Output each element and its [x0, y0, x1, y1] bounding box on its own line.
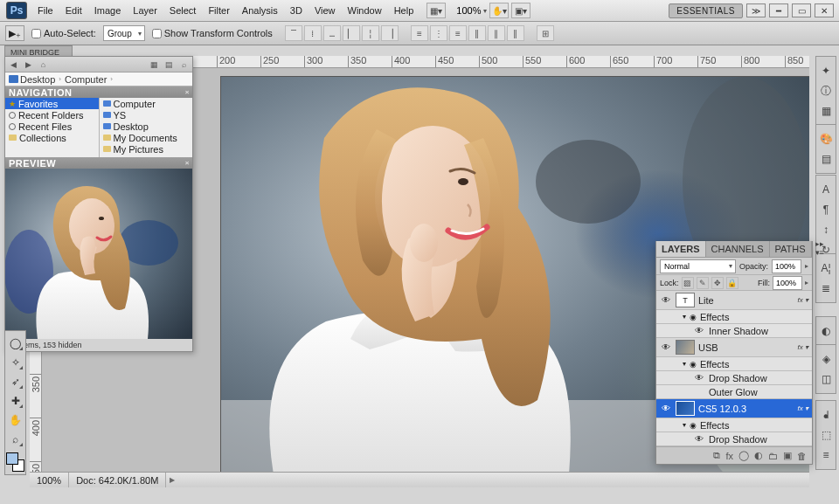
- tab-paths[interactable]: PATHS: [770, 241, 812, 257]
- eyedropper-tool[interactable]: ➶: [6, 372, 24, 390]
- layer-row[interactable]: 👁TLitefx ▾: [656, 291, 812, 310]
- layer-effect-item[interactable]: 👁Drop Shadow: [656, 432, 812, 446]
- align-left-icon[interactable]: ▏: [343, 25, 360, 41]
- lock-all-icon[interactable]: 🔒: [726, 277, 738, 289]
- character-icon[interactable]: A: [817, 181, 835, 198]
- histogram-icon[interactable]: ▦: [817, 102, 835, 120]
- bridge-breadcrumb[interactable]: Desktop › Computer ›: [5, 72, 192, 86]
- auto-select-checkbox[interactable]: Auto-Select:: [31, 28, 96, 38]
- show-transform-checkbox[interactable]: Show Transform Controls: [152, 28, 273, 38]
- layer-effects[interactable]: ▾◉Effects: [656, 418, 812, 432]
- nav-desktop[interactable]: Desktop: [100, 121, 193, 132]
- bridge-search-icon[interactable]: ⌕: [178, 59, 190, 70]
- layer-effects[interactable]: ▾◉Effects: [656, 310, 812, 324]
- actions-icon[interactable]: ᖱ: [817, 406, 835, 424]
- dist-vcenter-icon[interactable]: ⋮: [430, 25, 447, 41]
- menu-window[interactable]: Window: [342, 3, 388, 18]
- chevron-right-icon[interactable]: ≫: [746, 3, 766, 17]
- panel-menu-icon[interactable]: ▸▸ ▾≡: [812, 239, 828, 257]
- dist-hcenter-icon[interactable]: ∥: [488, 25, 505, 41]
- launch-bridge-icon[interactable]: ▦▾: [426, 3, 446, 18]
- bridge-view-icon[interactable]: ▦: [149, 59, 160, 70]
- visibility-icon[interactable]: 👁: [660, 403, 672, 415]
- group-icon[interactable]: 🗀: [768, 451, 778, 461]
- dist-top-icon[interactable]: ≡: [411, 25, 428, 41]
- align-vcenter-icon[interactable]: ⁞: [304, 25, 322, 41]
- auto-align-icon[interactable]: ⊞: [537, 25, 554, 41]
- mask-icon[interactable]: ◫: [817, 370, 835, 388]
- maximize-icon[interactable]: ▭: [792, 3, 811, 17]
- layer-row-selected[interactable]: 👁CS5 12.0.3fx ▾: [656, 399, 812, 418]
- close-icon[interactable]: ✕: [815, 3, 834, 17]
- healing-tool[interactable]: ✚: [6, 391, 24, 410]
- lock-transparent-icon[interactable]: ▨: [682, 277, 694, 289]
- align-right-icon[interactable]: ▕: [381, 25, 399, 41]
- wand-tool[interactable]: ✧: [6, 353, 24, 371]
- visibility-icon[interactable]: 👁: [693, 433, 705, 445]
- menu-layer[interactable]: Layer: [127, 3, 163, 18]
- menu-help[interactable]: Help: [388, 3, 420, 18]
- workspace-switcher[interactable]: ESSENTIALS: [669, 3, 743, 18]
- visibility-icon[interactable]: 👁: [693, 325, 705, 337]
- menu-3d[interactable]: 3D: [284, 3, 309, 18]
- swatches-icon[interactable]: ▤: [817, 150, 835, 168]
- 3d-icon[interactable]: ◈: [817, 350, 835, 368]
- menu-edit[interactable]: Edit: [59, 3, 88, 18]
- fx-icon[interactable]: fx: [725, 451, 733, 461]
- close-icon[interactable]: ×: [185, 159, 190, 167]
- layer-effect-item[interactable]: 👁Drop Shadow: [656, 371, 812, 385]
- minimize-icon[interactable]: ━: [769, 3, 788, 17]
- tab-layers[interactable]: LAYERS: [656, 241, 706, 257]
- nav-recent-folders[interactable]: Recent Folders: [5, 109, 99, 121]
- screen-mode-icon[interactable]: ▣▾: [511, 3, 530, 18]
- mask-icon[interactable]: ◯: [738, 450, 749, 461]
- bridge-bridge-icon[interactable]: ⌂: [38, 59, 49, 70]
- layer-effect-item[interactable]: 👁Inner Shadow: [656, 324, 812, 338]
- close-icon[interactable]: ×: [185, 88, 190, 96]
- paths-icon[interactable]: ⬚: [817, 426, 835, 444]
- zoom-tool[interactable]: ⌕: [6, 430, 24, 448]
- hand-tool[interactable]: ✋: [6, 411, 24, 429]
- link-layers-icon[interactable]: ⧉: [713, 450, 720, 461]
- hand-icon[interactable]: ✋▾: [489, 3, 509, 18]
- trash-icon[interactable]: 🗑: [797, 451, 807, 461]
- nav-collections[interactable]: Collections: [5, 132, 99, 143]
- status-zoom[interactable]: 100%: [30, 473, 69, 487]
- color-swatches[interactable]: [6, 452, 24, 472]
- status-doc[interactable]: Doc: 642.0K/1.80M: [69, 473, 166, 487]
- color-icon[interactable]: 🎨: [817, 130, 835, 148]
- tab-channels[interactable]: CHANNELS: [706, 241, 770, 257]
- opacity-input[interactable]: 100%: [772, 259, 801, 273]
- visibility-icon[interactable]: 👁: [660, 294, 672, 307]
- adjustment-icon[interactable]: ◐: [754, 450, 763, 461]
- menu-file[interactable]: File: [31, 3, 59, 18]
- visibility-icon[interactable]: 👁: [660, 342, 672, 354]
- nav-favorites[interactable]: ★Favorites: [5, 98, 99, 109]
- auto-select-target[interactable]: Group: [103, 25, 145, 41]
- new-layer-icon[interactable]: ▣: [783, 450, 792, 461]
- menu-select[interactable]: Select: [163, 3, 203, 18]
- navigator-icon[interactable]: ✦: [817, 62, 835, 79]
- bridge-forward-icon[interactable]: ▶: [23, 59, 34, 70]
- align-bottom-icon[interactable]: ⎽: [323, 25, 341, 41]
- channels-icon[interactable]: ≡: [817, 446, 835, 464]
- foreground-swatch[interactable]: [6, 452, 18, 465]
- dist-right-icon[interactable]: ‖: [507, 25, 524, 41]
- menu-filter[interactable]: Filter: [202, 3, 235, 18]
- layer-row[interactable]: 👁USBfx ▾: [656, 338, 812, 357]
- nav-recent-files[interactable]: Recent Files: [5, 121, 99, 132]
- adjustments-icon[interactable]: ◐: [817, 322, 835, 340]
- layer-effects[interactable]: ▾◉Effects: [656, 357, 812, 371]
- visibility-icon[interactable]: 👁: [693, 372, 705, 384]
- blend-mode-select[interactable]: Normal: [660, 259, 736, 273]
- tool-preset-icon[interactable]: ▶₊: [5, 25, 24, 41]
- nav-user[interactable]: YS: [100, 109, 193, 121]
- bridge-layout-icon[interactable]: ▤: [163, 59, 175, 70]
- crumb-desktop[interactable]: Desktop: [20, 74, 55, 85]
- clone-source-icon[interactable]: ↕: [817, 221, 835, 238]
- dist-bottom-icon[interactable]: ≡: [449, 25, 467, 41]
- menu-view[interactable]: View: [309, 3, 342, 18]
- menu-analysis[interactable]: Analysis: [236, 3, 284, 18]
- info-icon[interactable]: ⓘ: [817, 82, 835, 100]
- nav-computer[interactable]: Computer: [100, 98, 193, 109]
